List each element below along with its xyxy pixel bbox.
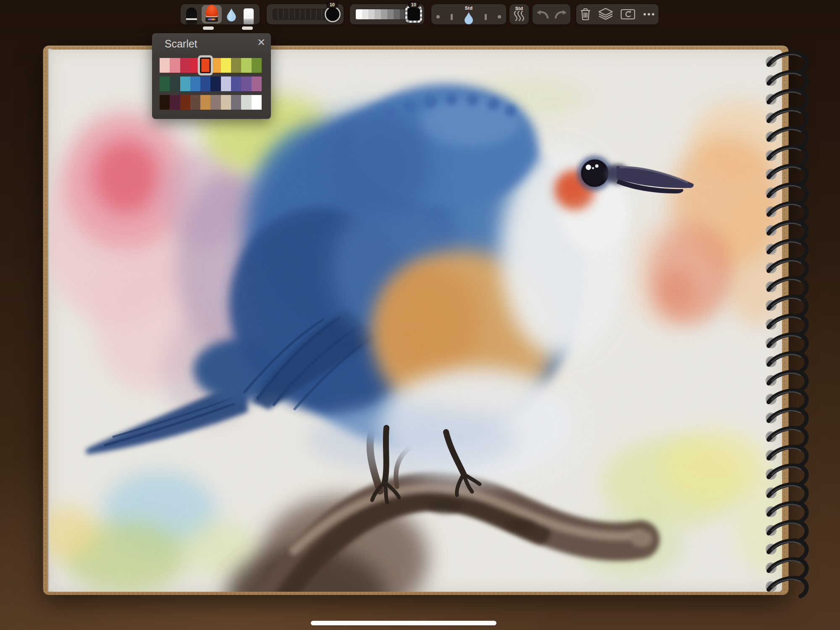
wetness-high-tick[interactable] — [485, 14, 487, 20]
more-button[interactable] — [643, 12, 655, 16]
brush-size-slider: 10 — [267, 4, 344, 24]
palette-swatch[interactable] — [241, 76, 251, 91]
redo-icon — [554, 9, 568, 20]
palette-swatch[interactable] — [180, 58, 190, 73]
palette-swatch[interactable] — [180, 95, 190, 110]
palette-swatch[interactable] — [200, 76, 210, 91]
size-slider-track[interactable] — [273, 9, 328, 20]
palette-swatch[interactable] — [221, 58, 231, 73]
palette-swatch[interactable] — [170, 58, 180, 73]
brush-body-icon — [205, 17, 218, 22]
water-drop-tool[interactable] — [224, 5, 239, 24]
palette-swatch[interactable] — [241, 58, 251, 73]
wetness-min-dot[interactable] — [436, 15, 440, 18]
actions-panel — [576, 4, 659, 24]
marker-icon — [186, 8, 197, 24]
trash-button[interactable] — [580, 8, 591, 21]
undo-button[interactable] — [535, 9, 549, 20]
marker-tool[interactable] — [184, 5, 199, 24]
palette-swatch[interactable] — [252, 76, 262, 91]
size-value-badge: 10 — [327, 1, 338, 8]
palette-swatch[interactable] — [221, 95, 231, 110]
tool-active-indicator — [203, 26, 214, 30]
wetness-control: Std — [431, 4, 506, 24]
history-panel — [533, 4, 570, 24]
close-icon[interactable]: ✕ — [257, 37, 265, 48]
layers-icon — [598, 8, 613, 21]
palette-swatch[interactable] — [200, 58, 211, 73]
undo-icon — [535, 9, 549, 20]
palette-swatch[interactable] — [221, 76, 231, 91]
palette-swatch[interactable] — [190, 95, 200, 110]
palette-swatch[interactable] — [160, 58, 170, 73]
home-indicator[interactable] — [311, 621, 496, 625]
palette-swatch[interactable] — [241, 95, 251, 110]
app-screen: 10 10 Std Std — [0, 0, 840, 630]
color-palette-popup: Scarlet ✕ — [152, 33, 271, 119]
tool-panel — [181, 4, 260, 24]
wetness-max-dot[interactable] — [498, 15, 501, 18]
texture-std-label: Std — [509, 6, 529, 11]
tool-active-indicator — [242, 26, 253, 30]
palette-swatch[interactable] — [200, 95, 210, 110]
wetness-std-label: Std — [465, 5, 472, 11]
palette-swatch[interactable] — [190, 76, 200, 91]
wetness-low-tick[interactable] — [451, 14, 453, 20]
palette-swatch[interactable] — [252, 58, 262, 73]
trash-icon — [580, 8, 591, 21]
palette-swatch[interactable] — [210, 58, 220, 73]
rotate-canvas-button[interactable] — [620, 8, 635, 20]
brush-color-stripe — [208, 18, 215, 20]
palette-grid — [160, 58, 262, 113]
palette-swatch[interactable] — [210, 95, 220, 110]
palette-swatch[interactable] — [231, 58, 241, 73]
opacity-value-badge: 10 — [408, 1, 419, 8]
blender-tool[interactable] — [242, 5, 256, 24]
texture-control[interactable]: Std — [509, 4, 529, 24]
palette-swatch[interactable] — [170, 76, 180, 91]
watercolor-brush-tool[interactable] — [202, 4, 222, 24]
size-slider-knob[interactable] — [325, 6, 341, 22]
water-drop-icon — [226, 8, 237, 21]
palette-swatch[interactable] — [231, 95, 241, 110]
drawing-canvas[interactable] — [50, 50, 782, 592]
layers-button[interactable] — [598, 8, 613, 21]
opacity-slider-track[interactable] — [355, 9, 407, 20]
palette-swatch[interactable] — [210, 76, 220, 91]
wetness-drop-icon[interactable] — [464, 12, 474, 24]
palette-swatch[interactable] — [231, 76, 241, 91]
blender-icon — [244, 8, 254, 24]
more-ellipsis-icon — [643, 12, 655, 16]
palette-swatch[interactable] — [190, 58, 200, 73]
opacity-slider: 10 — [350, 4, 424, 24]
redo-button[interactable] — [554, 9, 568, 20]
texture-waves-icon — [514, 11, 525, 21]
palette-swatch[interactable] — [160, 76, 170, 91]
palette-swatch[interactable] — [160, 95, 170, 110]
palette-title: Scarlet — [165, 38, 197, 50]
palette-swatch[interactable] — [180, 76, 190, 91]
palette-swatch[interactable] — [252, 95, 262, 110]
rotate-canvas-icon — [620, 8, 635, 20]
palette-swatch[interactable] — [170, 95, 180, 110]
opacity-slider-knob[interactable] — [405, 6, 422, 23]
brush-nib-icon — [205, 5, 218, 17]
